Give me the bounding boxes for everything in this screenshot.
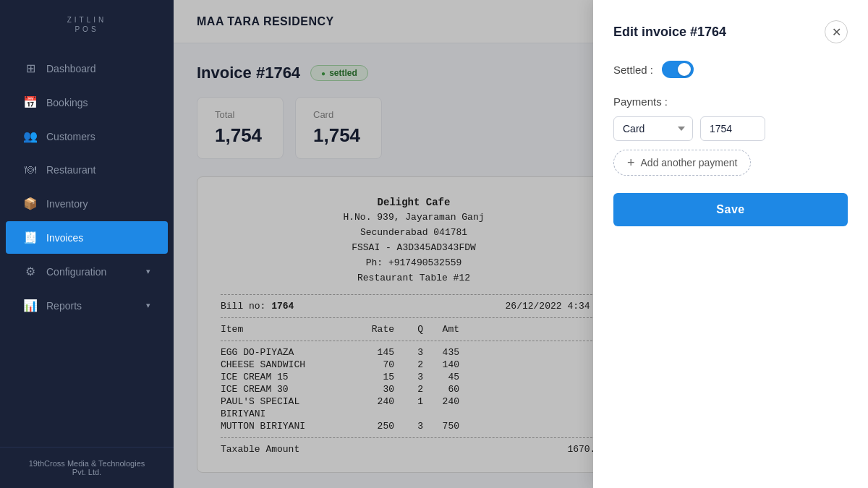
payment-row-1: Card Cash UPI Other	[613, 116, 848, 141]
sidebar-item-bookings[interactable]: 📅 Bookings	[6, 86, 168, 119]
sidebar-label-dashboard: Dashboard	[46, 63, 96, 74]
chevron-down-icon: ▾	[146, 267, 150, 276]
settled-label: Settled :	[613, 64, 653, 76]
sidebar-label-reports: Reports	[46, 300, 82, 312]
customers-icon: 👥	[23, 129, 38, 143]
add-payment-label: Add another payment	[641, 157, 738, 168]
bookings-icon: 📅	[23, 95, 38, 109]
sidebar-item-inventory[interactable]: 📦 Inventory	[6, 187, 168, 220]
add-payment-button[interactable]: + Add another payment	[613, 150, 751, 176]
sidebar-label-bookings: Bookings	[46, 97, 88, 108]
edit-panel-header: Edit invoice #1764 ✕	[613, 20, 848, 43]
dashboard-icon: ⊞	[23, 61, 38, 75]
sidebar-item-dashboard[interactable]: ⊞ Dashboard	[6, 52, 168, 85]
configuration-icon: ⚙	[23, 265, 38, 278]
sidebar-item-configuration[interactable]: ⚙ Configuration ▾	[6, 255, 168, 288]
invoices-icon: 🧾	[23, 231, 38, 244]
inventory-icon: 📦	[23, 197, 38, 210]
reports-icon: 📊	[23, 299, 38, 312]
payments-section: Payments : Card Cash UPI Other + Add ano…	[613, 95, 848, 176]
sidebar-label-customers: Customers	[46, 131, 95, 142]
sidebar-item-customers[interactable]: 👥 Customers	[6, 120, 168, 153]
sidebar-footer: 19thCross Media & TechnologiesPvt. Ltd.	[0, 447, 174, 488]
payments-label: Payments :	[613, 95, 848, 108]
sidebar-nav: ⊞ Dashboard 📅 Bookings 👥 Customers 🍽 Res…	[0, 45, 174, 447]
save-button[interactable]: Save	[613, 193, 848, 226]
payment-amount-input[interactable]	[700, 116, 765, 141]
sidebar-item-restaurant[interactable]: 🍽 Restaurant	[6, 154, 168, 186]
sidebar: ZITLIN POS ⊞ Dashboard 📅 Bookings 👥 Cust…	[0, 0, 174, 488]
chevron-down-icon-reports: ▾	[146, 301, 150, 310]
plus-icon: +	[627, 156, 635, 169]
toggle-slider	[662, 61, 694, 78]
edit-panel: Edit invoice #1764 ✕ Settled : Payments …	[593, 0, 868, 488]
sidebar-label-inventory: Inventory	[46, 198, 88, 210]
sidebar-label-restaurant: Restaurant	[46, 164, 95, 176]
settled-row: Settled :	[613, 61, 848, 78]
sidebar-item-invoices[interactable]: 🧾 Invoices	[6, 221, 168, 254]
sidebar-label-invoices: Invoices	[46, 232, 83, 244]
sidebar-item-reports[interactable]: 📊 Reports ▾	[6, 289, 168, 322]
logo-text: ZITLIN	[17, 16, 156, 24]
logo-sub: POS	[17, 25, 156, 33]
main-content: MAA TARA RESIDENCY demo Invoice #1764 se…	[174, 0, 868, 488]
sidebar-logo: ZITLIN POS	[0, 0, 174, 45]
settled-toggle[interactable]	[662, 61, 694, 78]
payment-type-select[interactable]: Card Cash UPI Other	[613, 116, 693, 141]
sidebar-label-configuration: Configuration	[46, 266, 106, 278]
close-button[interactable]: ✕	[825, 20, 848, 43]
edit-panel-title: Edit invoice #1764	[613, 25, 726, 40]
restaurant-icon: 🍽	[23, 163, 38, 176]
